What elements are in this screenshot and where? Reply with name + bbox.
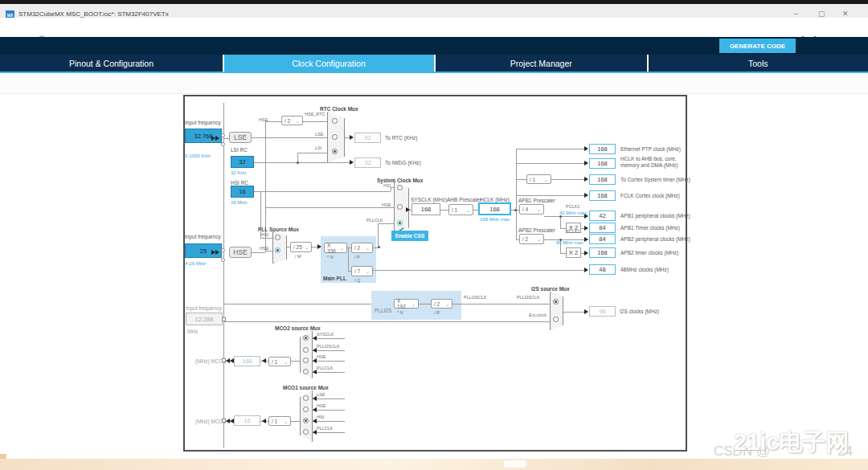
apb1-prescaler-dropdown[interactable]: / 4 bbox=[519, 204, 544, 215]
apb1-prescaler-label: APB1 Prescaler bbox=[518, 198, 555, 203]
connection-node bbox=[222, 317, 226, 321]
pll-n-multiplier-dropdown[interactable]: X 336 bbox=[324, 243, 347, 253]
sysmux-hsi-radio[interactable] bbox=[397, 185, 403, 190]
sysclk-value-box[interactable]: 168 bbox=[411, 203, 440, 215]
apb2-prescaler-dropdown[interactable]: / 2 bbox=[519, 234, 544, 244]
arrowhead-icon bbox=[230, 419, 234, 423]
wire bbox=[563, 312, 584, 313]
plli2s-r-dropdown[interactable]: / 2 bbox=[431, 299, 452, 309]
mco2-divider-dropdown[interactable]: / 1 bbox=[268, 357, 291, 366]
i2smux-extclock-radio[interactable] bbox=[553, 317, 559, 322]
wire bbox=[551, 179, 584, 180]
mco1-divider-dropdown[interactable]: / 1 bbox=[268, 416, 291, 426]
mco2-hse-radio[interactable] bbox=[303, 358, 309, 363]
generate-code-button[interactable]: GENERATE CODE bbox=[719, 39, 796, 53]
lsi-rc-label: LSI RC bbox=[231, 147, 248, 153]
connection-node bbox=[221, 248, 225, 252]
wire bbox=[254, 162, 351, 163]
wire bbox=[560, 216, 561, 228]
arrowhead-icon bbox=[262, 419, 266, 423]
pll-mux-hse-radio[interactable] bbox=[275, 247, 280, 253]
system-mux-label: System Clock Mux bbox=[377, 178, 423, 183]
hclk-value-box[interactable]: 168 bbox=[478, 202, 511, 215]
close-button[interactable]: ✕ bbox=[842, 10, 849, 18]
minimize-button[interactable]: – bbox=[794, 10, 798, 18]
apb1-peripheral-value-box: 42 bbox=[589, 210, 616, 221]
mco1-mux-label: MCO1 source Mux bbox=[283, 385, 329, 390]
mco1-pllclk-radio[interactable] bbox=[303, 429, 309, 435]
rtc-mux-lsi-radio[interactable] bbox=[332, 149, 338, 154]
tab-tools[interactable]: Tools bbox=[649, 55, 868, 72]
apb2-timer-label: APB2 timer clocks (MHz) bbox=[620, 250, 678, 255]
maximize-button[interactable]: ▢ bbox=[818, 10, 825, 18]
wire bbox=[303, 121, 327, 122]
mco2-sysclk-label: SYSCLK bbox=[317, 332, 334, 337]
rtc-hse-divider-dropdown[interactable]: / 2 bbox=[281, 116, 303, 125]
tab-clock-configuration[interactable]: Clock Configuration bbox=[224, 55, 434, 72]
connection-node bbox=[222, 358, 226, 362]
mco1-lse-radio[interactable] bbox=[303, 395, 309, 401]
mco2-plli2sclk-label: PLLI2SCLK bbox=[317, 344, 340, 349]
wire bbox=[560, 228, 566, 229]
sysmux-pllclk-label: PLLCLK bbox=[366, 218, 383, 223]
hclk-label: HCLK (MHz) bbox=[480, 197, 510, 202]
ethernet-ptp-value-box: 168 bbox=[589, 144, 616, 154]
wire bbox=[372, 270, 584, 271]
mco2-pllclk-label: PLLCLK bbox=[317, 366, 334, 370]
pll-mux-hsi-radio[interactable] bbox=[275, 235, 280, 240]
rtc-lsi-input-label: LSI bbox=[315, 145, 321, 150]
mco2-sysclk-radio[interactable] bbox=[303, 335, 309, 341]
menu-bar: STM32 CubeMX File Window Help 10 f ST bbox=[0, 18, 868, 37]
mco1-hsi-radio[interactable] bbox=[303, 418, 309, 423]
junction-dot bbox=[559, 215, 562, 218]
mco1-hse-label: HSE bbox=[317, 403, 326, 408]
mco1-hse-radio[interactable] bbox=[303, 407, 309, 412]
ahb-prescaler-dropdown[interactable]: / 1 bbox=[448, 204, 473, 215]
tab-pinout-configuration[interactable]: Pinout & Configuration bbox=[0, 55, 223, 72]
fclk-label: FCLK Cortex clock (MHz) bbox=[620, 193, 680, 198]
title-bar: MX STM32CubeMX MSC_BOOT.ioc*: STM32F407V… bbox=[0, 4, 868, 18]
arrowhead-icon bbox=[584, 146, 588, 151]
rtc-mux-lse-radio[interactable] bbox=[332, 134, 338, 140]
pll-n-label: * N bbox=[327, 255, 334, 260]
hsi-unit-label: 16 MHz bbox=[231, 200, 248, 205]
i2s-clocks-label: I2S clocks (MHz) bbox=[620, 309, 659, 314]
mco1-hsi-label: HSI bbox=[317, 415, 324, 419]
mco2-plli2sclk-radio[interactable] bbox=[303, 347, 309, 353]
i2s-mux-label: I2S source Mux bbox=[531, 286, 570, 292]
bottom-strip bbox=[0, 459, 868, 470]
lsi-value-box: 32 bbox=[231, 156, 254, 168]
arrowhead-icon bbox=[317, 244, 321, 249]
to-rtc-value-box: 32 bbox=[354, 133, 381, 143]
sysmux-hse-radio[interactable] bbox=[397, 204, 403, 210]
mco2-pllclk-radio[interactable] bbox=[303, 369, 309, 374]
rtc-mux-hse-radio[interactable] bbox=[332, 118, 338, 124]
pll-q-label: / Q bbox=[354, 278, 360, 283]
sysmux-hsi-label: HSI bbox=[383, 183, 391, 188]
i2smux-plli2sclk-radio[interactable] bbox=[553, 299, 559, 304]
hclk-ahb-label: HCLK to AHB bus, core, memory and DMA (M… bbox=[620, 156, 685, 169]
hclk-max-label: 168 MHz max bbox=[480, 217, 510, 222]
pll-p-divider-dropdown[interactable]: / 2 bbox=[351, 243, 373, 253]
hse-input-frequency-label: Input frequency bbox=[185, 234, 221, 239]
pll-m-label: / M bbox=[295, 254, 301, 259]
arrowhead-icon bbox=[406, 207, 410, 212]
wire bbox=[224, 304, 371, 304]
mco1-lse-label: LSE bbox=[317, 392, 325, 397]
arrowhead-icon bbox=[584, 226, 588, 231]
wire bbox=[313, 350, 345, 351]
wire bbox=[452, 304, 551, 304]
pll-q-divider-dropdown[interactable]: / 7 bbox=[351, 266, 373, 276]
watermark-large: 21ic电子网 bbox=[734, 427, 849, 459]
wire bbox=[313, 338, 345, 339]
main-pll-label: Main PLL bbox=[323, 276, 346, 281]
pll-m-divider-dropdown[interactable]: / 25 bbox=[290, 242, 312, 252]
sysclk-label: SYSCLK (MHz) bbox=[411, 197, 447, 202]
junction-dot bbox=[297, 161, 299, 164]
pclk2-label: PCLK2 bbox=[566, 229, 579, 234]
cortex-divider-dropdown[interactable]: / 1 bbox=[526, 174, 551, 184]
tab-project-manager[interactable]: Project Manager bbox=[436, 55, 648, 72]
enable-css-button[interactable]: Enable CSS bbox=[391, 231, 428, 241]
ahb-prescaler-label: AHB Prescaler bbox=[447, 197, 481, 202]
plli2s-n-dropdown[interactable]: X 192 bbox=[394, 299, 419, 309]
